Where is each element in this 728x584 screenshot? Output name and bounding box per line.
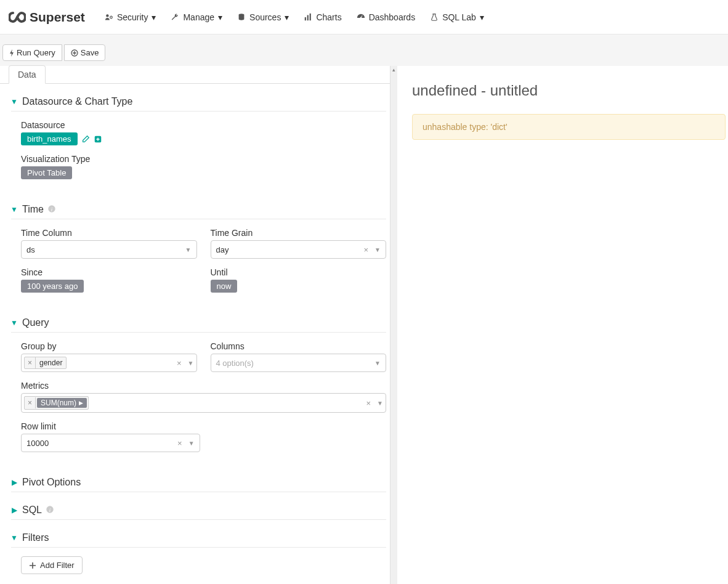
error-alert: unhashable type: 'dict': [412, 114, 726, 140]
datasource-label: Datasource: [21, 120, 386, 130]
section-pivot: ▶ Pivot Options: [11, 473, 386, 492]
time-grain-label: Time Grain: [211, 228, 387, 238]
run-query-button[interactable]: Run Query: [2, 44, 62, 61]
metrics-label: Metrics: [21, 381, 386, 391]
chevron-down-icon: ▼: [377, 400, 383, 407]
groupby-tag: × gender: [24, 357, 67, 369]
main-navbar: Superset Security ▾ Manage ▾ Sources ▾ C…: [0, 0, 728, 34]
chart-title[interactable]: undefined - untitled: [412, 82, 728, 99]
section-pivot-header[interactable]: ▶ Pivot Options: [11, 473, 386, 492]
action-toolbar: Run Query Save: [0, 37, 728, 66]
info-icon[interactable]: i: [46, 505, 54, 516]
chevron-down-icon: ▼: [185, 246, 192, 253]
svg-rect-4: [307, 15, 309, 20]
viz-type-pill[interactable]: Pivot Table: [21, 166, 72, 179]
section-filters-header[interactable]: ▼ Filters: [11, 529, 386, 548]
plus-circle-icon: [71, 49, 78, 57]
caret-right-icon: ▶: [11, 478, 17, 487]
controls-panel: ▴ Data ▼ Datasource & Chart Type Datasou…: [0, 66, 397, 584]
bolt-icon: [9, 49, 14, 57]
section-time: ▼ Time i Time Column ds ▼: [11, 200, 386, 305]
edit-datasource-button[interactable]: [81, 135, 90, 144]
tab-data[interactable]: Data: [9, 65, 46, 84]
section-sql-header[interactable]: ▶ SQL i: [11, 501, 386, 520]
groupby-select[interactable]: × gender × ▼: [21, 354, 197, 372]
flask-icon: [430, 13, 439, 22]
scrollbar-track[interactable]: ▴: [390, 66, 397, 584]
clear-icon[interactable]: ×: [364, 245, 369, 254]
columns-select[interactable]: 4 option(s) ▼: [211, 354, 387, 372]
chevron-down-icon: ▾: [285, 12, 289, 22]
until-pill[interactable]: now: [211, 280, 238, 293]
svg-rect-8: [433, 14, 436, 14]
chevron-down-icon: ▼: [188, 360, 194, 367]
brand-logo[interactable]: Superset: [9, 10, 85, 25]
info-icon[interactable]: i: [47, 205, 56, 215]
section-query-header[interactable]: ▼ Query: [11, 314, 386, 333]
time-grain-select[interactable]: day × ▼: [211, 240, 387, 259]
section-sql: ▶ SQL i: [11, 501, 386, 520]
groupby-label: Group by: [21, 341, 197, 351]
svg-rect-3: [305, 17, 306, 20]
chevron-down-icon: ▼: [374, 246, 381, 253]
pencil-icon: [81, 135, 90, 144]
infinity-icon: [9, 11, 26, 23]
users-cog-icon: [105, 13, 113, 22]
remove-tag-icon[interactable]: ×: [25, 397, 36, 408]
until-label: Until: [211, 267, 387, 277]
section-datasource: ▼ Datasource & Chart Type Datasource bir…: [11, 92, 386, 192]
bar-chart-icon: [304, 13, 312, 22]
section-filters: ▼ Filters Add Filter: [11, 529, 386, 578]
svg-point-0: [106, 14, 108, 17]
time-column-label: Time Column: [21, 228, 197, 238]
chevron-down-icon: ▼: [374, 360, 381, 367]
section-datasource-header[interactable]: ▼ Datasource & Chart Type: [11, 92, 386, 112]
clear-icon[interactable]: ×: [366, 399, 371, 408]
chevron-down-icon: ▾: [480, 12, 484, 22]
since-label: Since: [21, 267, 197, 277]
chart-panel: undefined - untitled unhashable type: 'd…: [397, 66, 728, 584]
add-filter-button[interactable]: Add Filter: [21, 556, 83, 574]
brand-text: Superset: [30, 10, 85, 25]
remove-tag-icon[interactable]: ×: [25, 357, 36, 368]
section-time-header[interactable]: ▼ Time i: [11, 200, 386, 219]
caret-down-icon: ▼: [11, 205, 17, 214]
metric-tag: × SUM(num) ▶: [24, 396, 89, 410]
datasource-pill[interactable]: birth_names: [21, 132, 78, 145]
nav-sources[interactable]: Sources ▾: [230, 0, 296, 34]
section-query: ▼ Query Group by × gender: [11, 314, 386, 464]
dashboard-icon: [357, 13, 365, 22]
panel-tabs: Data: [0, 65, 397, 84]
chevron-down-icon: ▼: [188, 440, 195, 447]
caret-right-icon: ▶: [11, 506, 17, 514]
viz-type-label: Visualization Type: [21, 154, 386, 164]
nav-manage[interactable]: Manage ▾: [163, 0, 230, 34]
scroll-up-icon[interactable]: ▴: [390, 66, 397, 73]
wrench-icon: [171, 13, 179, 22]
clear-icon[interactable]: ×: [177, 439, 182, 448]
caret-right-icon: ▶: [79, 400, 83, 406]
nav-security[interactable]: Security ▾: [97, 0, 164, 34]
caret-down-icon: ▼: [11, 97, 17, 106]
metrics-select[interactable]: × SUM(num) ▶ × ▼: [21, 393, 386, 413]
caret-down-icon: ▼: [11, 533, 17, 542]
save-button[interactable]: Save: [64, 44, 106, 61]
rowlimit-label: Row limit: [21, 421, 200, 431]
nav-charts[interactable]: Charts: [296, 0, 349, 34]
since-pill[interactable]: 100 years ago: [21, 280, 84, 293]
plus-square-icon: [94, 135, 102, 144]
nav-dashboards[interactable]: Dashboards: [349, 0, 423, 34]
time-column-select[interactable]: ds ▼: [21, 240, 197, 259]
svg-rect-5: [310, 13, 311, 20]
columns-label: Columns: [211, 341, 387, 351]
plus-icon: [29, 562, 36, 569]
caret-down-icon: ▼: [11, 318, 17, 327]
chevron-down-icon: ▾: [218, 12, 222, 22]
database-icon: [237, 13, 246, 22]
content: Run Query Save ▴ Data ▼ Datasource & Cha…: [0, 34, 728, 584]
rowlimit-select[interactable]: 10000 × ▼: [21, 434, 200, 452]
clear-icon[interactable]: ×: [177, 359, 182, 368]
nav-sqllab[interactable]: SQL Lab ▾: [423, 0, 491, 34]
add-datasource-button[interactable]: [94, 135, 102, 144]
chevron-down-icon: ▾: [152, 12, 156, 22]
